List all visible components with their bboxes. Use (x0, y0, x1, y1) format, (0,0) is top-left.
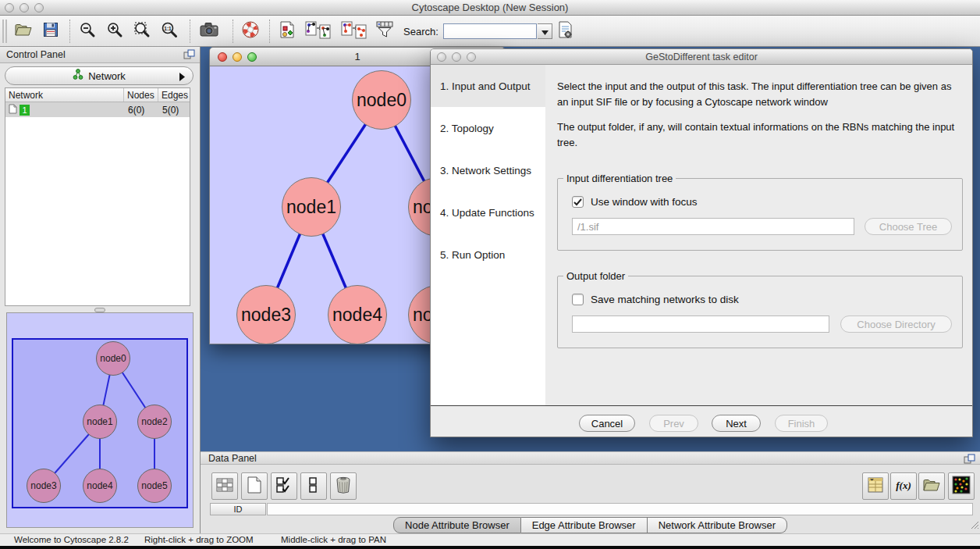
zoom-selected-region-button[interactable] (130, 20, 154, 43)
camera-icon (198, 20, 220, 43)
search-dropdown-button[interactable] (538, 23, 552, 39)
zoom-window-button[interactable] (34, 3, 44, 12)
graph-node[interactable]: node1 (83, 405, 117, 439)
float-panel-icon[interactable] (183, 49, 195, 62)
network-graph-copy-icon (304, 19, 331, 44)
close-window-button[interactable] (437, 52, 446, 62)
network-list-header: Network Nodes Edges (5, 88, 190, 102)
wizard-step-3[interactable]: 3. Network Settings (440, 165, 541, 180)
checked-boxes-icon (275, 476, 293, 497)
wizard-step-5[interactable]: 5. Run Option (440, 249, 541, 265)
doc-gear-icon (556, 20, 575, 43)
resize-grip-icon[interactable] (969, 518, 978, 532)
minimize-window-button[interactable] (20, 3, 29, 12)
output-folder-field[interactable] (572, 315, 829, 333)
search-config-button[interactable] (554, 20, 577, 43)
prev-button[interactable]: Prev (649, 415, 698, 432)
data-panel-title: Data Panel (208, 453, 257, 464)
node-label: node1 (286, 197, 336, 218)
select-attributes-button[interactable] (211, 472, 238, 500)
select-all-attributes-button[interactable] (271, 472, 297, 500)
column-header[interactable]: Edges (158, 88, 190, 102)
column-header[interactable]: Nodes (124, 88, 158, 102)
heatmap-button[interactable] (948, 472, 975, 500)
vizmapper-button[interactable] (275, 20, 299, 43)
zoom-out-button[interactable] (76, 20, 99, 43)
finish-button[interactable]: Finish (775, 415, 828, 432)
birdseye-view[interactable]: node0 node1 node2 node3 node4 node5 (6, 312, 194, 528)
new-attribute-button[interactable] (241, 472, 268, 500)
minimize-window-button[interactable] (233, 52, 242, 62)
tab-network[interactable]: Network (5, 66, 194, 85)
network-tab-label: Network (88, 70, 126, 82)
control-panel-title: Control Panel (6, 49, 66, 60)
toolbar-drag-handle[interactable] (2, 20, 7, 43)
next-button[interactable]: Next (712, 415, 761, 432)
unselect-all-attributes-button[interactable] (300, 472, 327, 500)
id-column-header[interactable]: ID (210, 503, 266, 515)
graph-node[interactable]: node3 (27, 469, 61, 503)
wizard-step-1[interactable]: 1. Input and Output (440, 80, 541, 96)
choose-tree-button[interactable]: Choose Tree (865, 218, 952, 235)
group-label: Input differentiation tree (563, 173, 676, 184)
import-attributes-button[interactable] (918, 472, 945, 500)
graph-node[interactable]: node0 (352, 70, 411, 130)
tab-edge-attribute-browser[interactable]: Edge Attribute Browser (521, 517, 648, 533)
delete-attribute-button[interactable] (330, 472, 357, 500)
open-session-button[interactable] (12, 20, 35, 43)
graph-node[interactable]: node4 (328, 285, 387, 344)
zoom-in-button[interactable] (103, 20, 126, 43)
column-header[interactable]: Network (5, 88, 124, 102)
graph-node[interactable]: node4 (83, 469, 117, 503)
graph-node[interactable]: node5 (137, 469, 172, 503)
float-panel-icon[interactable] (964, 454, 975, 467)
cancel-button[interactable]: Cancel (579, 415, 635, 432)
zoom-window-button[interactable] (467, 52, 476, 62)
node-label: node3 (241, 305, 291, 326)
save-matching-networks-checkbox[interactable] (572, 294, 584, 305)
gestodifferent-task-editor-dialog[interactable]: GeStoDifferent task editor 1. Input and … (430, 48, 973, 437)
tab-node-attribute-browser[interactable]: Node Attribute Browser (393, 517, 521, 533)
table-display-icon (866, 476, 885, 497)
input-tree-file-field[interactable] (572, 218, 854, 235)
app-titlebar: Cytoscape Desktop (New Session) (0, 0, 980, 16)
help-button[interactable] (239, 20, 262, 43)
copy-network-button[interactable] (340, 20, 367, 43)
dialog-title: GeStoDifferent task editor (645, 52, 758, 62)
filter-button[interactable] (373, 20, 396, 43)
wizard-step-2[interactable]: 2. Topology (440, 123, 541, 138)
minimize-window-button[interactable] (452, 52, 461, 62)
attribute-table-display-button[interactable] (862, 472, 889, 500)
node-label: node0 (100, 353, 126, 364)
chevron-right-icon[interactable] (179, 72, 185, 84)
cytoscape-app: Cytoscape Desktop (New Session) 1:1 (0, 0, 980, 549)
graph-node[interactable]: node1 (282, 177, 341, 237)
graph-node[interactable]: node0 (96, 341, 130, 376)
zoom-actual-size-button[interactable]: 1:1 (158, 20, 181, 43)
network-copy-icon (340, 19, 367, 44)
attribute-grid-icon (215, 476, 234, 497)
use-window-with-focus-checkbox[interactable] (572, 196, 584, 208)
graph-node[interactable]: node3 (236, 285, 296, 344)
copy-network-view-button[interactable] (304, 20, 331, 43)
zoom-window-button[interactable] (247, 52, 257, 62)
snapshot-button[interactable] (197, 20, 221, 43)
function-builder-button[interactable]: f(x) (890, 472, 917, 500)
lifebuoy-icon (240, 20, 261, 43)
toolbar-separator (269, 20, 270, 43)
choose-directory-button[interactable]: Choose Directory (840, 315, 952, 333)
checkbox-label[interactable]: Use window with focus (591, 196, 698, 208)
close-window-button[interactable] (218, 52, 227, 62)
checkbox-label[interactable]: Save matching networks to disk (591, 294, 739, 305)
close-window-button[interactable] (5, 3, 14, 12)
tab-network-attribute-browser[interactable]: Network Attribute Browser (648, 517, 787, 533)
network-list-row[interactable]: 1 6(0) 5(0) (5, 102, 190, 117)
search-input[interactable] (443, 23, 537, 39)
dialog-window-controls (437, 52, 476, 62)
toolbar-separator (233, 20, 233, 43)
node-label: node2 (141, 416, 167, 427)
save-session-button[interactable] (39, 20, 62, 43)
wizard-step-4[interactable]: 4. Update Functions (440, 207, 541, 223)
dialog-titlebar[interactable]: GeStoDifferent task editor (431, 49, 972, 65)
graph-node[interactable]: node2 (137, 405, 172, 439)
